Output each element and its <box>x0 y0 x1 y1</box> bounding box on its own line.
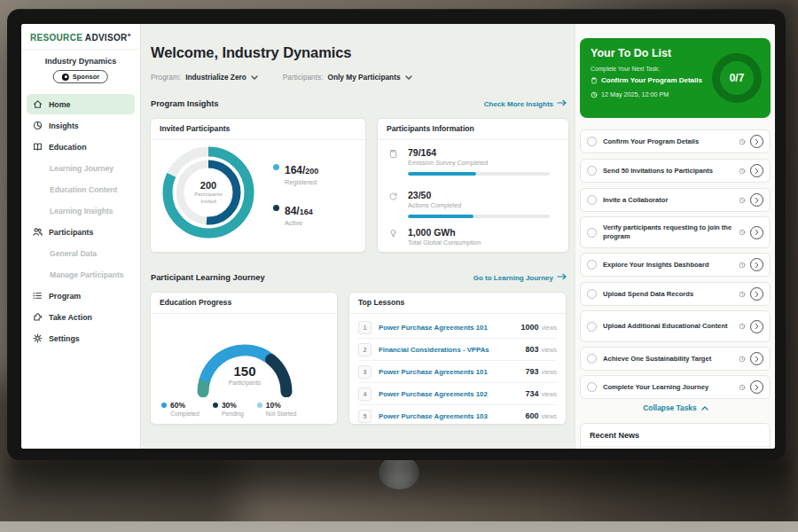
participants-information-card: Participants Information 79/164 Emission… <box>377 118 569 253</box>
task-item[interactable]: Explore Your Insights Dashboard <box>580 253 771 277</box>
gauge-legend: 60% Completed 30% Pending 10% Not Starte… <box>161 401 333 417</box>
lesson-row: 2 Financial Considerations - VPPAs 803 v… <box>358 339 557 361</box>
lesson-link[interactable]: Power Purchase Agreements 103 <box>379 412 488 420</box>
list-icon <box>33 291 43 301</box>
right-arrow-icon <box>557 273 567 282</box>
task-checkbox[interactable] <box>587 228 597 238</box>
todo-title: Your To Do List <box>591 47 671 59</box>
task-open-button[interactable] <box>750 352 763 365</box>
task-checkbox[interactable] <box>587 137 597 146</box>
logo-plus: + <box>128 32 131 38</box>
main-content: Welcome, Industry Dynamics Program: Indu… <box>141 24 575 449</box>
lessons-list: 1 Power Purchase Agreements 101 1000 vie… <box>358 317 557 426</box>
sidebar-item-education[interactable]: Education <box>27 137 135 157</box>
legend-pending: 30% Pending <box>213 401 244 417</box>
task-open-button[interactable] <box>750 193 763 207</box>
views-count: 734 <box>525 389 538 398</box>
sidebar-item-home[interactable]: Home <box>27 94 135 114</box>
insights-icon <box>33 121 43 130</box>
monitor-bezel: RESOURCE ADVISOR+ Industry Dynamics Spon… <box>7 9 786 460</box>
views-count: 600 <box>525 411 538 420</box>
go-to-learning-journey-link[interactable]: Go to Learning Journey <box>473 273 567 282</box>
legend-active: 84/164 Active <box>273 202 313 227</box>
check-more-insights-link[interactable]: Check More Insights <box>484 99 567 108</box>
rank-badge: 5 <box>358 410 372 423</box>
clock-icon <box>739 323 746 330</box>
participants-dropdown[interactable]: Participants: Only My Participants <box>283 73 412 82</box>
task-checkbox[interactable] <box>587 166 597 176</box>
task-item[interactable]: Invite a Collaborator <box>580 188 771 212</box>
program-insights-header: Program Insights Check More Insights <box>151 98 567 109</box>
actions-progress-bar <box>408 215 550 218</box>
program-dropdown[interactable]: Program: Industrialize Zero <box>151 73 258 82</box>
task-item[interactable]: Upload Spend Data Records <box>580 282 771 306</box>
views-count: 793 <box>525 367 538 376</box>
sidebar-item-learning-insights[interactable]: Learning Insights <box>27 200 135 221</box>
task-checkbox[interactable] <box>587 382 597 392</box>
task-checkbox[interactable] <box>587 195 597 205</box>
task-item[interactable]: Upload Additional Educational Content <box>580 310 771 342</box>
task-checkbox[interactable] <box>587 354 597 364</box>
sidebar-item-learning-journey[interactable]: Learning Journey <box>27 158 135 178</box>
sidebar-item-general-data[interactable]: General Data <box>27 243 135 263</box>
todo-progress-count: 0/7 <box>730 72 745 84</box>
todo-next-task: Confirm Your Program Details <box>591 76 702 84</box>
sidebar: RESOURCE ADVISOR+ Industry Dynamics Spon… <box>21 24 141 449</box>
gauge-center-label: 150 Participants <box>174 364 316 386</box>
sponsor-label: Sponsor <box>73 73 99 81</box>
legend-completed: 60% Completed <box>161 401 200 417</box>
app-logo: RESOURCE ADVISOR+ <box>21 32 140 43</box>
lesson-link[interactable]: Power Purchase Agreements 101 <box>379 324 488 332</box>
clock-icon <box>739 356 746 363</box>
lesson-row: 4 Power Purchase Agreements 102 734 view… <box>358 383 557 405</box>
logo-advisor: ADVISOR <box>85 33 128 43</box>
task-open-button[interactable] <box>750 380 763 394</box>
sidebar-item-participants[interactable]: Participants <box>27 222 135 242</box>
task-open-button[interactable] <box>750 258 763 271</box>
rank-badge: 2 <box>358 343 372 356</box>
task-item[interactable]: Achieve One Sustainability Target <box>580 347 771 371</box>
sidebar-divider <box>21 49 140 50</box>
clock-icon <box>739 197 746 204</box>
task-item[interactable]: Verify participants requesting to join t… <box>580 216 771 248</box>
gear-icon <box>33 333 43 343</box>
rank-badge: 3 <box>358 365 372 379</box>
collapse-tasks-link[interactable]: Collapse Tasks <box>575 403 775 412</box>
org-name: Industry Dynamics <box>21 57 140 66</box>
sponsor-badge[interactable]: Sponsor <box>53 70 108 83</box>
sidebar-item-insights[interactable]: Insights <box>27 115 135 136</box>
sidebar-item-take-action[interactable]: Take Action <box>27 307 135 327</box>
sidebar-item-program[interactable]: Program <box>27 286 135 306</box>
top-lessons-card: Top Lessons 1 Power Purchase Agreements … <box>348 292 567 425</box>
clock-icon <box>739 229 746 236</box>
card-title: Participants Information <box>378 119 568 140</box>
task-open-button[interactable] <box>750 226 763 239</box>
donut-center-label: 200 Participants Invited <box>161 145 255 239</box>
clock-icon <box>739 262 746 269</box>
sidebar-item-settings[interactable]: Settings <box>27 328 135 348</box>
lesson-link[interactable]: Power Purchase Agreements 101 <box>379 368 488 376</box>
clipboard-icon <box>591 77 598 84</box>
task-checkbox[interactable] <box>587 260 597 270</box>
task-checkbox[interactable] <box>587 322 597 332</box>
chevron-up-icon <box>701 403 708 412</box>
task-open-button[interactable] <box>750 164 763 177</box>
sidebar-item-manage-participants[interactable]: Manage Participants <box>27 264 135 285</box>
task-item[interactable]: Confirm Your Program Details <box>580 129 771 153</box>
info-row-survey: 79/164 Emission Survey Completed <box>388 147 558 176</box>
clock-icon <box>591 91 598 98</box>
task-open-button[interactable] <box>750 135 763 148</box>
lesson-row: 3 Power Purchase Agreements 101 793 view… <box>358 361 557 383</box>
clock-icon <box>739 168 746 175</box>
lesson-link[interactable]: Power Purchase Agreements 102 <box>379 390 488 398</box>
task-open-button[interactable] <box>750 287 763 301</box>
task-open-button[interactable] <box>750 320 763 333</box>
invited-participants-card: Invited Participants 200 Participants In… <box>150 118 366 253</box>
sidebar-item-education-content[interactable]: Education Content <box>27 179 135 200</box>
task-checkbox[interactable] <box>587 289 597 299</box>
recent-news-card: Recent News <box>580 423 771 449</box>
legend-registered: 164/200 Registered <box>273 161 318 186</box>
task-item[interactable]: Send 50 Invitations to Participants <box>580 159 771 183</box>
lesson-link[interactable]: Financial Considerations - VPPAs <box>379 346 489 354</box>
task-item[interactable]: Complete Your Learning Journey <box>580 375 771 399</box>
